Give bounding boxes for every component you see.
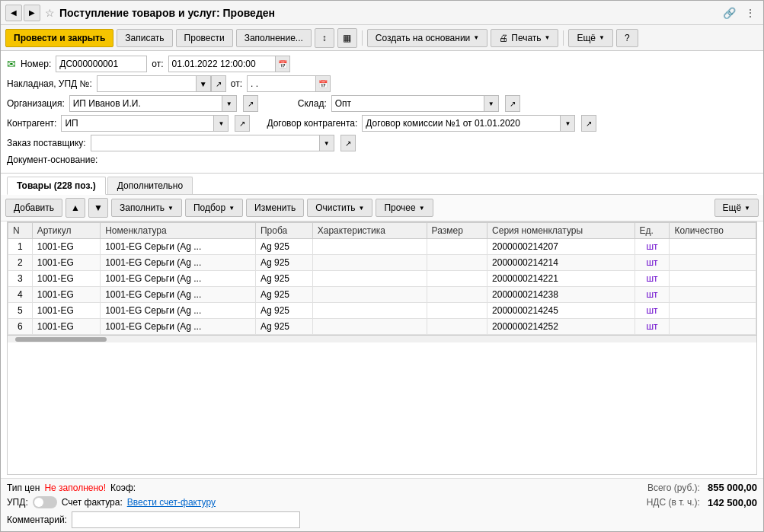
table-cell-4[interactable]: [312, 255, 427, 271]
table-cell-8[interactable]: [670, 239, 756, 255]
table-cell-2[interactable]: 1001-EG Серьги (Ag ...: [101, 319, 256, 335]
table-cell-6[interactable]: 2000000214214: [487, 255, 635, 271]
org-ext-button[interactable]: ↗: [243, 95, 258, 112]
table-cell-2[interactable]: 1001-EG Серьги (Ag ...: [101, 255, 256, 271]
table-row[interactable]: 21001-EG1001-EG Серьги (Ag ...Ag 9252000…: [8, 255, 756, 271]
invoice-dropdown-button[interactable]: ▼: [196, 75, 211, 92]
clear-button[interactable]: Очистить ▼: [307, 199, 372, 217]
grid-icon-button[interactable]: ▦: [337, 28, 357, 48]
table-cell-4[interactable]: [312, 303, 427, 319]
table-cell-8[interactable]: [670, 255, 756, 271]
add-button[interactable]: Добавить: [5, 199, 62, 217]
table-cell-1[interactable]: 1001-EG: [32, 239, 100, 255]
table-row[interactable]: 61001-EG1001-EG Серьги (Ag ...Ag 9252000…: [8, 319, 756, 335]
table-cell-5[interactable]: [427, 287, 487, 303]
number-input[interactable]: [56, 56, 147, 72]
table-cell-8[interactable]: [670, 303, 756, 319]
order-dropdown-button[interactable]: ▼: [319, 135, 334, 151]
order-ext-button[interactable]: ↗: [340, 135, 356, 151]
table-cell-7[interactable]: шт: [635, 303, 670, 319]
contract-input[interactable]: [362, 115, 560, 132]
table-cell-6[interactable]: 2000000214245: [487, 303, 635, 319]
down-button[interactable]: ▼: [88, 198, 108, 218]
table-cell-1[interactable]: 1001-EG: [32, 255, 100, 271]
table-row[interactable]: 11001-EG1001-EG Серьги (Ag ...Ag 9252000…: [8, 239, 756, 255]
table-cell-2[interactable]: 1001-EG Серьги (Ag ...: [101, 287, 256, 303]
table-cell-3[interactable]: Ag 925: [255, 287, 312, 303]
save-button[interactable]: Записать: [117, 29, 172, 47]
table-cell-8[interactable]: [670, 287, 756, 303]
tab-additional[interactable]: Дополнительно: [107, 177, 193, 194]
table-cell-2[interactable]: 1001-EG Серьги (Ag ...: [101, 303, 256, 319]
warehouse-ext-button[interactable]: ↗: [505, 95, 520, 112]
post-close-button[interactable]: Провести и закрыть: [5, 29, 113, 47]
fill-button[interactable]: Заполнение...: [236, 29, 312, 47]
table-cell-3[interactable]: Ag 925: [255, 239, 312, 255]
order-input[interactable]: [91, 135, 319, 151]
table-cell-2[interactable]: 1001-EG Серьги (Ag ...: [101, 239, 256, 255]
table-cell-4[interactable]: [312, 271, 427, 287]
comment-input[interactable]: [72, 511, 300, 528]
table-row[interactable]: 51001-EG1001-EG Серьги (Ag ...Ag 9252000…: [8, 303, 756, 319]
table-cell-7[interactable]: шт: [635, 239, 670, 255]
table-cell-0[interactable]: 2: [8, 255, 33, 271]
table-cell-0[interactable]: 6: [8, 319, 33, 335]
change-button[interactable]: Изменить: [246, 199, 304, 217]
table-cell-0[interactable]: 1: [8, 239, 33, 255]
table-more-button[interactable]: Ещё ▼: [714, 199, 759, 217]
table-cell-6[interactable]: 2000000214252: [487, 319, 635, 335]
date-calendar-button[interactable]: 📅: [275, 56, 290, 72]
table-cell-4[interactable]: [312, 239, 427, 255]
table-cell-8[interactable]: [670, 271, 756, 287]
table-cell-1[interactable]: 1001-EG: [32, 319, 100, 335]
select-button[interactable]: Подбор ▼: [185, 199, 243, 217]
post-button[interactable]: Провести: [176, 29, 233, 47]
table-cell-3[interactable]: Ag 925: [255, 271, 312, 287]
table-cell-7[interactable]: шт: [635, 255, 670, 271]
invoice-ext-button[interactable]: ↗: [211, 75, 226, 92]
table-row[interactable]: 31001-EG1001-EG Серьги (Ag ...Ag 9252000…: [8, 271, 756, 287]
help-button[interactable]: ?: [616, 29, 638, 47]
contractor-dropdown-button[interactable]: ▼: [213, 115, 229, 132]
forward-button[interactable]: ▶: [24, 5, 40, 21]
table-cell-4[interactable]: [312, 287, 427, 303]
table-cell-6[interactable]: 2000000214207: [487, 239, 635, 255]
invoice-date-input[interactable]: [247, 75, 315, 92]
warehouse-input[interactable]: [331, 95, 484, 112]
table-cell-5[interactable]: [427, 271, 487, 287]
invoice-input[interactable]: [97, 75, 196, 92]
table-cell-0[interactable]: 3: [8, 271, 33, 287]
goods-table-container[interactable]: N Артикул Номенклатура Проба Характерист…: [7, 221, 757, 475]
table-cell-3[interactable]: Ag 925: [255, 319, 312, 335]
table-cell-1[interactable]: 1001-EG: [32, 287, 100, 303]
table-cell-5[interactable]: [427, 255, 487, 271]
invoice-date-calendar-button[interactable]: 📅: [315, 75, 331, 92]
table-cell-6[interactable]: 2000000214238: [487, 287, 635, 303]
table-cell-7[interactable]: шт: [635, 287, 670, 303]
date-input[interactable]: [168, 56, 275, 72]
contract-ext-button[interactable]: ↗: [581, 115, 596, 132]
upd-toggle[interactable]: [33, 496, 57, 508]
print-button[interactable]: 🖨 Печать ▼: [491, 29, 558, 47]
table-cell-0[interactable]: 4: [8, 287, 33, 303]
table-cell-1[interactable]: 1001-EG: [32, 303, 100, 319]
menu-icon[interactable]: ⋮: [742, 5, 759, 21]
other-button[interactable]: Прочее ▼: [376, 199, 433, 217]
org-input[interactable]: [69, 95, 222, 112]
table-cell-8[interactable]: [670, 319, 756, 335]
table-cell-4[interactable]: [312, 319, 427, 335]
contract-dropdown-button[interactable]: ▼: [560, 115, 575, 132]
table-cell-3[interactable]: Ag 925: [255, 303, 312, 319]
bookmark-icon[interactable]: ☆: [45, 7, 55, 19]
create-based-button[interactable]: Создать на основании ▼: [367, 29, 487, 47]
table-cell-3[interactable]: Ag 925: [255, 255, 312, 271]
up-button[interactable]: ▲: [66, 198, 85, 218]
table-cell-1[interactable]: 1001-EG: [32, 271, 100, 287]
table-cell-5[interactable]: [427, 303, 487, 319]
table-cell-7[interactable]: шт: [635, 319, 670, 335]
table-cell-7[interactable]: шт: [635, 271, 670, 287]
back-button[interactable]: ◀: [5, 5, 22, 21]
fill-dropdown-button[interactable]: Заполнить ▼: [111, 199, 182, 217]
contractor-input[interactable]: [61, 115, 213, 132]
tab-goods[interactable]: Товары (228 поз.): [7, 177, 106, 195]
